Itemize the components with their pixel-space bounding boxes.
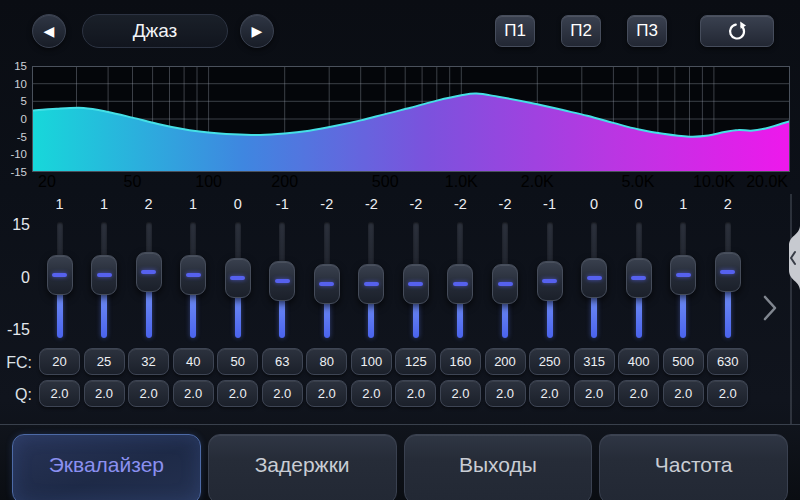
db-axis-tick: 5 (0, 93, 27, 109)
freq-axis-tick: 5.0K (621, 173, 654, 190)
memory-preset-label: П3 (636, 21, 658, 41)
band-fc-button[interactable]: 20 (39, 348, 80, 375)
band-q-button[interactable]: 2.0 (663, 380, 704, 407)
band-fc-button[interactable]: 32 (128, 348, 169, 375)
band-fc-button[interactable]: 500 (663, 348, 704, 375)
memory-preset-button-1[interactable]: П1 (495, 15, 535, 47)
equalizer-screen: ◀ Джаз ▶ П1 П2 П3 151050-5-10-15 2050100… (0, 0, 800, 500)
band-q-button[interactable]: 2.0 (707, 380, 748, 407)
band-fc-button[interactable]: 125 (395, 348, 436, 375)
gain-scale-min: -15 (0, 322, 30, 338)
band-gain-value: 1 (661, 196, 705, 212)
memory-preset-button-2[interactable]: П2 (561, 15, 601, 47)
tab-frequency[interactable]: Частота (599, 434, 788, 500)
band-q-button[interactable]: 2.0 (618, 380, 659, 407)
band-slider-thumb[interactable] (136, 252, 162, 292)
next-preset-button[interactable]: ▶ (240, 14, 274, 48)
left-triangle-icon: ◀ (44, 24, 55, 38)
band-slider-thumb[interactable] (715, 252, 741, 292)
thumb-dash-icon (230, 276, 245, 280)
thumb-dash-icon (587, 276, 602, 280)
thumb-dash-icon (720, 270, 735, 274)
band-fc-button[interactable]: 160 (440, 348, 481, 375)
band-slider-thumb[interactable] (492, 264, 518, 304)
band-q-button[interactable]: 2.0 (306, 380, 347, 407)
band-slider-thumb[interactable] (91, 255, 117, 295)
band-q-button[interactable]: 2.0 (84, 380, 125, 407)
band-gain-value: 0 (572, 196, 616, 212)
band-fc-button[interactable]: 400 (618, 348, 659, 375)
band-fc-button[interactable]: 250 (529, 348, 570, 375)
band-fc-button[interactable]: 315 (574, 348, 615, 375)
memory-preset-button-3[interactable]: П3 (627, 15, 667, 47)
band-q-button[interactable]: 2.0 (440, 380, 481, 407)
preset-selector[interactable]: Джаз (82, 14, 228, 48)
band-gain-value: -1 (260, 196, 304, 212)
thumb-dash-icon (631, 276, 646, 280)
band-slider-thumb[interactable] (314, 264, 340, 304)
fc-row-label: FC: (0, 354, 32, 372)
gain-scale-max: 15 (0, 217, 30, 233)
band-fc-button[interactable]: 80 (306, 348, 347, 375)
band-q-button[interactable]: 2.0 (351, 380, 392, 407)
reset-circular-arrow-icon (727, 21, 747, 41)
band-gain-value: -2 (438, 196, 482, 212)
band-gain-value: 1 (171, 196, 215, 212)
freq-axis-tick: 20.0K (746, 173, 788, 190)
db-axis-tick: 10 (0, 76, 27, 92)
thumb-dash-icon (319, 282, 334, 286)
eq-curve-chart: 20501002005001.0K2.0K5.0K10.0K20.0K (32, 66, 790, 194)
band-gain-value: -2 (394, 196, 438, 212)
band-q-button[interactable]: 2.0 (395, 380, 436, 407)
memory-preset-label: П1 (504, 21, 526, 41)
db-axis-tick: -15 (0, 164, 27, 180)
drawer-handle[interactable] (786, 226, 800, 290)
band-slider-thumb[interactable] (670, 255, 696, 295)
band-slider-thumb[interactable] (403, 264, 429, 304)
band-fc-button[interactable]: 200 (485, 348, 526, 375)
freq-axis-tick: 1.0K (445, 173, 478, 190)
thumb-dash-icon (52, 273, 67, 277)
band-fc-button[interactable]: 100 (351, 348, 392, 375)
band-gain-value: 1 (38, 196, 82, 212)
band-fc-button[interactable]: 50 (217, 348, 258, 375)
tab-delays[interactable]: Задержки (208, 434, 397, 500)
band-slider-thumb[interactable] (47, 255, 73, 295)
thumb-dash-icon (364, 282, 379, 286)
band-slider-thumb[interactable] (447, 264, 473, 304)
more-bands-button[interactable] (762, 294, 778, 322)
freq-axis-tick: 50 (124, 173, 142, 190)
band-gain-value: -1 (528, 196, 572, 212)
thumb-dash-icon (186, 273, 201, 277)
band-slider-thumb[interactable] (225, 258, 251, 298)
band-fc-button[interactable]: 40 (173, 348, 214, 375)
band-slider-thumb[interactable] (581, 258, 607, 298)
freq-axis-tick: 500 (372, 173, 399, 190)
prev-preset-button[interactable]: ◀ (32, 14, 66, 48)
gain-scale-mid: 0 (0, 270, 30, 286)
band-slider-thumb[interactable] (269, 261, 295, 301)
band-slider-thumb[interactable] (358, 264, 384, 304)
band-slider-thumb[interactable] (537, 261, 563, 301)
band-fc-button[interactable]: 25 (84, 348, 125, 375)
band-q-button[interactable]: 2.0 (574, 380, 615, 407)
tab-outputs[interactable]: Выходы (404, 434, 593, 500)
band-q-button[interactable]: 2.0 (217, 380, 258, 407)
freq-axis-tick: 100 (195, 173, 222, 190)
band-q-button[interactable]: 2.0 (485, 380, 526, 407)
band-q-button[interactable]: 2.0 (173, 380, 214, 407)
band-q-button[interactable]: 2.0 (39, 380, 80, 407)
band-fc-button[interactable]: 63 (262, 348, 303, 375)
thumb-dash-icon (676, 273, 691, 277)
band-slider-thumb[interactable] (626, 258, 652, 298)
tab-equalizer[interactable]: Эквалайзер (12, 434, 201, 500)
band-fc-button[interactable]: 630 (707, 348, 748, 375)
band-gain-value: 0 (216, 196, 260, 212)
band-q-button[interactable]: 2.0 (262, 380, 303, 407)
band-slider-thumb[interactable] (180, 255, 206, 295)
band-q-button[interactable]: 2.0 (128, 380, 169, 407)
band-gain-value: 0 (617, 196, 661, 212)
thumb-dash-icon (408, 282, 423, 286)
reset-eq-button[interactable] (700, 15, 774, 47)
band-q-button[interactable]: 2.0 (529, 380, 570, 407)
